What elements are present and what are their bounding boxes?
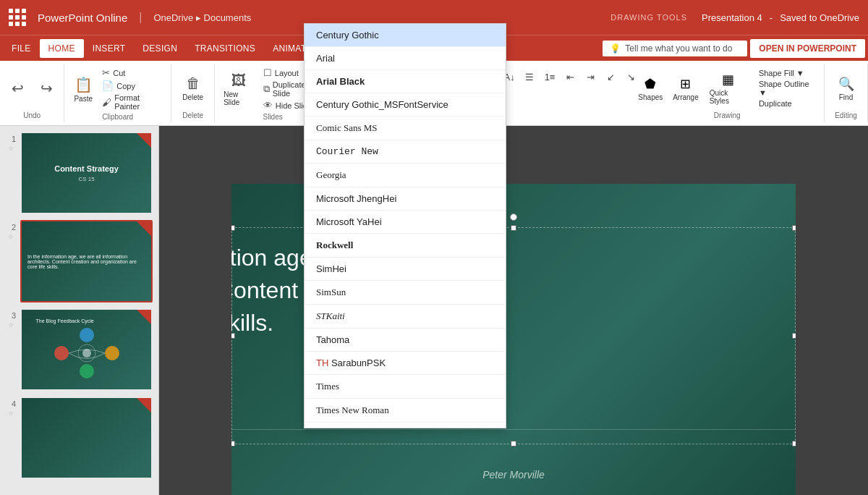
quick-styles-button[interactable]: ▦ Quick Styles <box>707 70 750 106</box>
font-item-comic-sans[interactable]: Comic Sans MS <box>305 117 506 140</box>
font-item-century-gothic[interactable]: Century Gothic <box>305 24 506 47</box>
slide-thumb-inner-1: Content Strategy CS 15 <box>22 133 151 213</box>
font-tahoma-label: Tahoma <box>316 334 349 345</box>
font-rockwell-label: Rockwell <box>316 240 353 250</box>
format-painter-label: Format Painter <box>114 93 162 111</box>
clipboard-small-buttons: ✂ Cut 📄 Copy 🖌 Format Painter <box>99 67 165 111</box>
find-button[interactable]: 🔍 Find <box>833 75 859 103</box>
undo-buttons: ↩ ↪ <box>4 67 59 110</box>
format-painter-button[interactable]: 🖌 Format Painter <box>99 93 165 111</box>
font-item-courier-new[interactable]: Courier New <box>305 140 506 164</box>
handle-br[interactable] <box>792 441 796 447</box>
slide-thumb-4[interactable] <box>20 397 153 479</box>
svg-point-5 <box>80 364 94 378</box>
font-item-microsoft-jhenghei[interactable]: Microsoft JhengHei <box>305 187 506 211</box>
font-item-arial-black[interactable]: Arial Black <box>305 70 506 93</box>
font-item-stkaiti[interactable]: STKaiti <box>305 305 506 329</box>
slide-item-1[interactable]: 1 ☆ Content Strategy CS 15 <box>6 132 153 214</box>
slide-number-4: 4 <box>6 399 16 408</box>
copy-label: Copy <box>116 82 135 90</box>
ribbon-group-undo: ↩ ↪ Undo <box>0 64 64 122</box>
undo-button[interactable]: ↩ <box>4 78 30 98</box>
format-painter-icon: 🖌 <box>102 97 111 108</box>
increase-indent-button[interactable]: ⇥ <box>582 68 599 85</box>
editing-content: 🔍 Find <box>833 67 859 110</box>
font-item-trebuchet[interactable]: Trebuchet MS <box>305 423 506 428</box>
new-slide-button[interactable]: 🖼 New Slide <box>221 71 258 108</box>
find-label: Find <box>839 93 853 101</box>
slide-item-2[interactable]: 2 ☆ In the information age, we are all i… <box>6 220 153 302</box>
slide3-title: The Blog Feedback Cycle <box>36 318 137 323</box>
font-item-th-sarabun[interactable]: TH SarabunPSK <box>305 352 506 375</box>
menu-design[interactable]: DESIGN <box>134 39 186 58</box>
open-in-ppt-button[interactable]: OPEN IN POWERPOINT <box>750 39 865 58</box>
drawing-content: ⬟ Shapes ⊞ Arrange ▦ Quick Styles Shape … <box>636 67 818 110</box>
presentation-name: Presentation 4 <box>702 12 762 23</box>
paste-button[interactable]: 📋 Paste <box>70 75 96 104</box>
slide-item-4[interactable]: 4 ☆ <box>6 397 153 479</box>
handle-tl[interactable] <box>231 225 235 231</box>
cut-button[interactable]: ✂ Cut <box>99 67 165 79</box>
copy-button[interactable]: 📄 Copy <box>99 80 165 92</box>
handle-tr[interactable] <box>792 225 796 231</box>
shapes-button[interactable]: ⬟ Shapes <box>636 75 665 103</box>
slide-thumb-1[interactable]: Content Strategy CS 15 <box>20 132 153 214</box>
slide-red-corner-2 <box>137 221 151 236</box>
bullets-button[interactable]: ☰ <box>521 68 538 85</box>
rtl-button[interactable]: ↙ <box>602 68 619 85</box>
font-item-microsoft-yahei[interactable]: Microsoft YaHei <box>305 211 506 234</box>
shape-fill-button[interactable]: Shape Fill ▼ <box>756 68 818 78</box>
font-item-times[interactable]: Times <box>305 375 506 399</box>
title-bar-right: Presentation 4 - Saved to OneDrive <box>702 12 859 23</box>
duplicate-drawing-label: Duplicate <box>759 99 792 108</box>
font-item-arial[interactable]: Arial <box>305 47 506 70</box>
font-simsun-label: SimSun <box>316 287 346 297</box>
font-item-century-gothic-ms[interactable]: Century Gothic_MSFontService <box>305 93 506 117</box>
tell-me-box[interactable]: 💡 Tell me what you want to do <box>603 41 747 56</box>
font-simhei-label: SimHei <box>316 263 346 274</box>
arrange-button[interactable]: ⊞ Arrange <box>671 75 700 103</box>
title-bar-left: PowerPoint Online | OneDrive ▸ Documents <box>9 9 596 26</box>
font-item-times-new-roman[interactable]: Times New Roman <box>305 399 506 423</box>
delete-icon: 🗑 <box>186 75 200 92</box>
delete-button[interactable]: 🗑 Delete <box>179 74 206 103</box>
svg-point-1 <box>82 349 91 358</box>
numbering-button[interactable]: 1≡ <box>541 68 558 85</box>
clipboard-group-label: Clipboard <box>102 113 133 121</box>
font-item-simhei[interactable]: SimHei <box>305 258 506 281</box>
slide-canvas: ation age, we are all inform Content cre… <box>159 126 868 495</box>
lightbulb-icon: 💡 <box>610 43 621 54</box>
menu-insert[interactable]: INSERT <box>84 39 135 58</box>
delete-group-label: Delete <box>182 111 203 119</box>
svg-point-4 <box>80 328 94 342</box>
font-item-rockwell[interactable]: Rockwell <box>305 234 506 258</box>
slide-thumb-3[interactable]: The Blog Feedback Cycle <box>20 308 153 391</box>
clipboard-content: 📋 Paste ✂ Cut 📄 Copy 🖌 Format Painter <box>70 67 165 111</box>
cycle-diagram <box>36 328 137 378</box>
menu-file[interactable]: FILE <box>3 39 40 58</box>
font-arial-black-label: Arial Black <box>316 76 365 87</box>
font-dropdown: Century Gothic Arial Arial Black Century… <box>304 23 506 428</box>
layout-label: Layout <box>275 69 299 77</box>
decrease-indent-button[interactable]: ⇤ <box>561 68 579 85</box>
slide-thumb-2[interactable]: In the information age, we are all infor… <box>20 220 153 302</box>
duplicate-drawing-button[interactable]: Duplicate <box>756 98 818 109</box>
font-th-prefix: TH <box>316 358 331 368</box>
breadcrumb[interactable]: OneDrive ▸ Documents <box>153 12 251 23</box>
font-item-georgia[interactable]: Georgia <box>305 164 506 187</box>
paste-label: Paste <box>74 95 93 103</box>
menu-transitions[interactable]: TRANSITIONS <box>186 39 264 58</box>
shape-outline-button[interactable]: Shape Outline ▼ <box>756 79 818 98</box>
font-item-tahoma[interactable]: Tahoma <box>305 329 506 352</box>
font-item-simsun[interactable]: SimSun <box>305 281 506 305</box>
slide-item-3[interactable]: 3 ☆ The Blog Feedback Cycle <box>6 308 153 391</box>
handle-tc[interactable] <box>511 225 516 231</box>
rotate-handle[interactable] <box>510 213 517 221</box>
redo-button[interactable]: ↪ <box>33 78 59 98</box>
app-grid-icon[interactable] <box>9 9 26 26</box>
handle-bc[interactable] <box>511 441 516 447</box>
title-dash: - <box>770 12 773 23</box>
menu-home[interactable]: HOME <box>40 39 84 58</box>
handle-bl[interactable] <box>231 441 235 447</box>
font-arial-label: Arial <box>316 53 335 64</box>
